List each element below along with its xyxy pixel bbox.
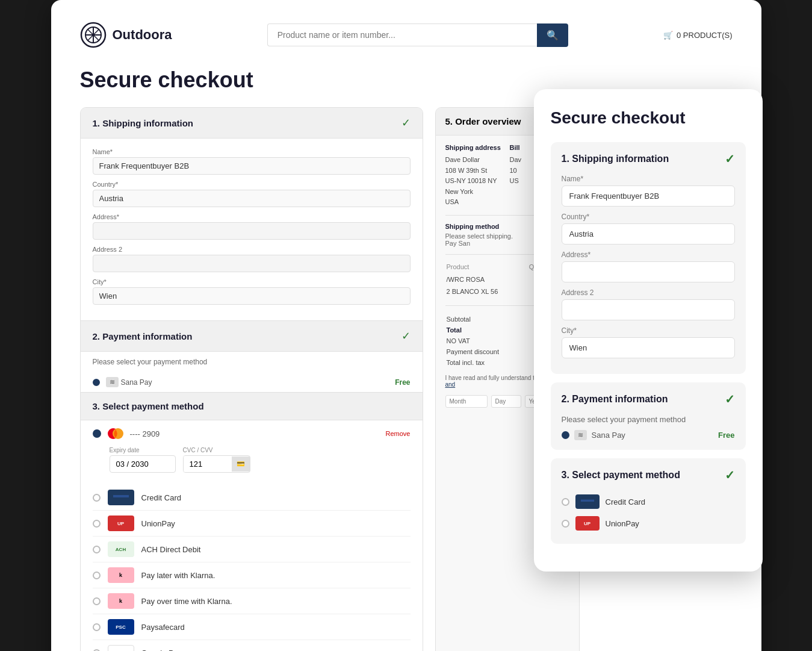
fc-credit-card-radio[interactable] [562, 498, 569, 506]
cvc-wrap: 💳 [183, 455, 250, 473]
fc-credit-card-icon [580, 497, 595, 506]
country-field-row: Country* [93, 181, 411, 207]
svg-rect-5 [113, 495, 129, 497]
fc-unionpay-radio[interactable] [562, 520, 569, 528]
name-field-row: Name* [93, 148, 411, 175]
klarna-time-radio[interactable] [93, 597, 101, 605]
credit-card-radio[interactable] [93, 494, 101, 502]
fc-country-label: Country* [562, 213, 735, 221]
select-method-header: 3. Select payment method [81, 393, 423, 420]
cvc-label: CVC / CVV [183, 447, 250, 453]
list-item[interactable]: k Pay over time with Klarna. [93, 588, 411, 614]
product-col-header: Product [447, 263, 528, 273]
shipping-section-header: 1. Shipping information ✓ [81, 108, 423, 139]
sana-pay-free-badge: Free [395, 378, 410, 387]
card-radio-selected[interactable] [93, 429, 101, 438]
brand-logo-icon [80, 22, 107, 48]
list-item[interactable]: G Pay Google Pay [93, 640, 411, 651]
klarna-later-label: Pay later with Klarna. [141, 571, 215, 580]
list-item[interactable]: UP UnionPay [93, 511, 411, 537]
cvc-card-icon: 💳 [232, 456, 250, 472]
paysafe-radio[interactable] [93, 623, 101, 631]
fc-city-input[interactable] [562, 337, 735, 358]
brand-name: Outdoora [113, 27, 172, 43]
svg-rect-7 [580, 500, 594, 502]
browser-window: Outdoora 🔍 🛒 0 PRODUCT(S) Secure checkou… [51, 0, 761, 651]
cart-wrap[interactable]: 🛒 0 PRODUCT(S) [663, 31, 732, 40]
list-item[interactable]: PSC Paysafecard [93, 614, 411, 640]
address-field-row: Address* [93, 213, 411, 240]
fc-list-item[interactable]: UP UnionPay [562, 512, 735, 534]
payment-info-title: 2. Payment information [93, 331, 193, 341]
googlepay-radio[interactable] [93, 649, 101, 652]
fc-credit-card-label: Credit Card [606, 497, 645, 506]
fc-select-method-check-icon: ✓ [725, 468, 735, 482]
fc-address-row: Address* [562, 251, 735, 282]
address2-input[interactable] [93, 255, 411, 272]
fc-sana-icon: ≋ [574, 430, 587, 440]
remove-card-link[interactable]: Remove [386, 430, 411, 437]
shipping-address-label: Shipping address [445, 144, 505, 151]
fc-address2-label: Address 2 [562, 288, 735, 297]
fc-list-item[interactable]: Credit Card [562, 491, 735, 512]
fc-sana-radio[interactable] [562, 431, 569, 439]
country-input[interactable] [93, 190, 411, 207]
search-button[interactable]: 🔍 [537, 23, 568, 47]
name-input[interactable] [93, 157, 411, 175]
fc-sana-free-badge: Free [718, 431, 734, 440]
unionpay-radio[interactable] [93, 520, 101, 528]
select-method-title: 3. Select payment method [93, 401, 204, 411]
day-input[interactable] [491, 395, 521, 408]
shipping-form: Name* Country* Address* Address 2 City* [81, 139, 423, 321]
card-number-mask: ---- 2909 [130, 429, 160, 438]
card-details-row: ---- 2909 Remove [81, 420, 423, 447]
city-label: City* [93, 278, 411, 285]
fc-address2-input[interactable] [562, 299, 735, 320]
klarna-later-radio[interactable] [93, 572, 101, 579]
shipping-section-title: 1. Shipping information [93, 118, 194, 128]
ach-logo: ACH [108, 541, 134, 557]
unionpay-label: UnionPay [141, 519, 175, 528]
fc-city-label: City* [562, 326, 735, 335]
list-item[interactable]: k Pay later with Klarna. [93, 562, 411, 588]
main-checkout-panel: 1. Shipping information ✓ Name* Country*… [80, 107, 423, 651]
customer-name: Dave Dollar [445, 155, 505, 166]
sana-pay-radio[interactable] [93, 379, 100, 386]
select-method-section: ---- 2909 Remove Expiry date CVC / CVV 💳 [81, 420, 423, 651]
product-name-1: /WRC ROSA [447, 274, 528, 285]
fc-select-method-section: 3. Select payment method ✓ [551, 458, 746, 544]
month-input[interactable] [445, 395, 488, 408]
klarna-time-label: Pay over time with Klarna. [141, 597, 232, 606]
fc-name-input[interactable] [562, 185, 735, 207]
credit-card-icon [113, 492, 129, 503]
fc-country-row: Country* [562, 213, 735, 245]
payment-info-section-header: 2. Payment information ✓ [81, 321, 423, 352]
nav-bar: Outdoora 🔍 🛒 0 PRODUCT(S) [80, 22, 733, 48]
fc-unionpay-label: UnionPay [606, 519, 639, 528]
fc-payment-info-check-icon: ✓ [725, 392, 735, 406]
fc-credit-card-logo [575, 494, 600, 509]
address-input[interactable] [93, 222, 411, 240]
city-input[interactable] [93, 287, 411, 305]
fc-sana-pay-row[interactable]: ≋ Sana Pay Free [562, 430, 735, 440]
search-input[interactable] [267, 23, 537, 46]
payment-info-check-icon: ✓ [401, 329, 411, 343]
city-field-row: City* [93, 278, 411, 305]
ach-radio[interactable] [93, 546, 101, 553]
fc-address2-row: Address 2 [562, 288, 735, 320]
fc-select-method-title: 3. Select payment method [562, 470, 680, 481]
list-item[interactable]: ACH ACH Direct Debit [93, 537, 411, 562]
fc-address-input[interactable] [562, 261, 735, 282]
expiry-input[interactable] [110, 455, 176, 473]
fc-payment-info-title: 2. Payment information [562, 394, 668, 405]
paysafe-label: Paysafecard [141, 623, 185, 632]
mastercard-icon [106, 428, 125, 440]
fc-country-input[interactable] [562, 223, 735, 245]
sana-pay-row[interactable]: ≋ Sana Pay Free [81, 372, 423, 392]
shipping-address-value: Dave Dollar 108 W 39th St US-NY 10018 NY… [445, 155, 505, 208]
fc-unionpay-logo: UP [575, 516, 600, 531]
payment-options-list: Credit Card UP UnionPay ACH ACH Direct D… [81, 480, 423, 651]
shipping-address-col: Shipping address Dave Dollar 108 W 39th … [445, 144, 505, 208]
list-item[interactable]: Credit Card [93, 485, 411, 511]
cvc-input[interactable] [184, 456, 232, 472]
